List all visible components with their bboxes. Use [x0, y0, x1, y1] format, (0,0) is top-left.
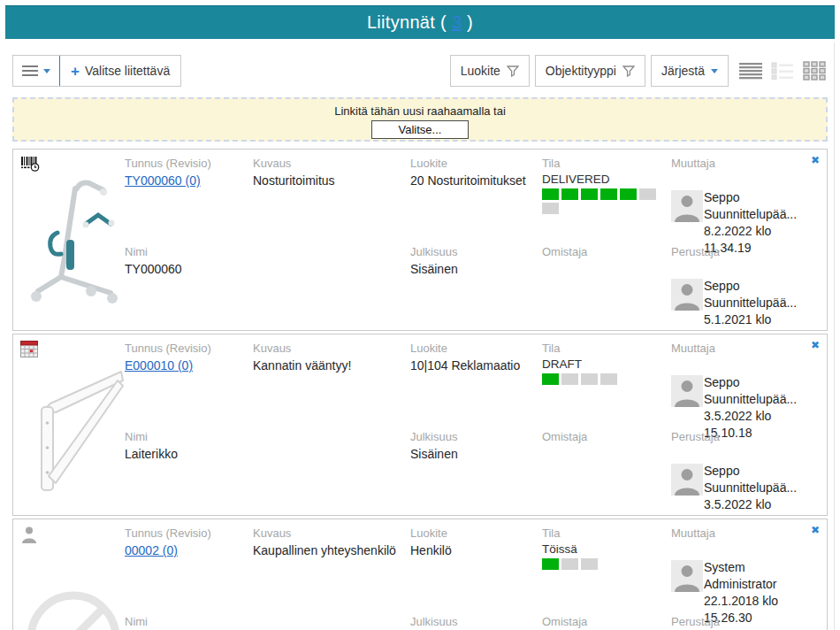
- field-label-nimi: Nimi: [125, 430, 247, 443]
- modifier-info: System Administrator 22.1.2018 klo 15.26…: [671, 542, 816, 626]
- status-progress-blocks: [542, 558, 661, 570]
- field-label-perustaja: Perustaja: [671, 430, 816, 443]
- toolbar: + Valitse liitettävä Luokite Objektityyp…: [12, 55, 828, 87]
- status-label: DRAFT: [542, 357, 668, 371]
- chevron-down-icon: [43, 69, 50, 73]
- choose-file-button[interactable]: Valitse...: [371, 120, 470, 139]
- field-label-luokite: Luokite: [410, 342, 538, 355]
- sort-button[interactable]: Järjestä: [651, 55, 729, 87]
- field-label-tila: Tila: [542, 157, 668, 170]
- thumbnail-zone: [13, 334, 125, 515]
- field-label-luokite: Luokite: [410, 157, 538, 170]
- field-label-perustaja: Perustaja: [671, 245, 816, 258]
- link-count-link[interactable]: 3: [452, 12, 462, 33]
- field-value-kuvaus: Kaupallinen yhteyshenkilö: [253, 542, 405, 559]
- field-label-muuttaja: Muuttaja: [671, 157, 816, 170]
- linked-items-list: Tunnus (Revisio) TY000060 (0) Kuvaus Nos…: [12, 149, 828, 630]
- item-id-link[interactable]: 00002 (0): [125, 543, 178, 557]
- add-link-label: Valitse liitettävä: [85, 64, 170, 78]
- dropzone-text: Linkitä tähän uusi raahaamalla tai: [14, 104, 826, 118]
- funnel-icon: [507, 65, 519, 77]
- field-label-perustaja: Perustaja: [671, 615, 816, 628]
- field-label-kuvaus: Kuvaus: [253, 526, 405, 540]
- add-link-button[interactable]: + Valitse liitettävä: [60, 56, 180, 86]
- field-value-kuvaus: Nosturitoimitus: [253, 173, 405, 189]
- filter-objektityyppi-button[interactable]: Objektityyppi: [535, 55, 645, 87]
- creator-info: Seppo Suunnittelupää... 5.1.2021 klo 11.…: [671, 261, 816, 331]
- field-label-omistaja: Omistaja: [542, 245, 668, 258]
- status-progress-blocks: [542, 188, 661, 214]
- field-label-nimi: Nimi: [125, 615, 247, 628]
- field-label-kuvaus: Kuvaus: [253, 342, 405, 355]
- item-thumbnail: [22, 169, 125, 331]
- avatar: [671, 464, 703, 496]
- item-thumbnail: [22, 354, 125, 516]
- item-id-link[interactable]: E000010 (0): [125, 358, 193, 373]
- liitynnat-panel: Liitynnät ( 3 ) + Valitse liitettävä Luo…: [0, 0, 840, 630]
- field-label-tunnus: Tunnus (Revisio): [125, 342, 247, 355]
- field-label-nimi: Nimi: [125, 245, 247, 258]
- field-label-tunnus: Tunnus (Revisio): [125, 526, 247, 540]
- field-value-luokite: 20 Nosturitoimitukset: [410, 173, 538, 189]
- avatar: [671, 190, 703, 222]
- filter-luokite-button[interactable]: Luokite: [450, 55, 530, 87]
- sort-label: Järjestä: [661, 64, 705, 78]
- list-view-icon[interactable]: [737, 60, 764, 81]
- field-value-julkisuus: Sisäinen: [410, 261, 538, 278]
- filter-luokite-label: Luokite: [461, 64, 500, 78]
- remove-link-button[interactable]: ✖: [811, 155, 820, 165]
- chevron-down-icon: [711, 69, 718, 73]
- toolbar-left-group: + Valitse liitettävä: [12, 55, 181, 87]
- field-label-julkisuus: Julkisuus: [410, 615, 538, 628]
- field-label-julkisuus: Julkisuus: [410, 245, 538, 258]
- field-value-kuvaus: Kannatin vääntyy!: [253, 357, 405, 374]
- thumbnail-zone: [13, 519, 125, 630]
- field-label-muuttaja: Muuttaja: [671, 526, 816, 540]
- link-card: Tunnus (Revisio) E000010 (0) Kuvaus Kann…: [12, 334, 828, 516]
- field-label-omistaja: Omistaja: [542, 430, 668, 443]
- remove-link-button[interactable]: ✖: [811, 340, 820, 350]
- field-label-tunnus: Tunnus (Revisio): [125, 157, 247, 170]
- field-label-julkisuus: Julkisuus: [410, 430, 538, 443]
- funnel-icon: [622, 65, 635, 77]
- page-title: Liitynnät (: [367, 12, 447, 33]
- field-label-muuttaja: Muuttaja: [671, 342, 816, 355]
- grid-view-icon[interactable]: [801, 59, 828, 82]
- creator-info: Seppo Suunnittelupää... 3.5.2022 klo 15.…: [671, 446, 816, 516]
- page-title-suffix: ): [467, 12, 473, 33]
- status-label: Töissä: [542, 542, 668, 556]
- status-progress-blocks: [542, 373, 661, 385]
- avatar: [671, 279, 703, 311]
- item-thumbnail: [22, 539, 125, 630]
- item-id-link[interactable]: TY000060 (0): [125, 173, 201, 188]
- modifier-info: Seppo Suunnittelupää... 8.2.2022 klo 11.…: [671, 173, 816, 257]
- link-card: Tunnus (Revisio) 00002 (0) Kuvaus Kaupal…: [12, 519, 828, 630]
- avatar: [671, 560, 703, 592]
- field-label-kuvaus: Kuvaus: [253, 157, 405, 170]
- menu-dropdown-button[interactable]: [13, 56, 59, 86]
- hamburger-icon: [22, 63, 38, 79]
- detail-list-view-icon[interactable]: [769, 60, 796, 81]
- remove-link-button[interactable]: ✖: [811, 525, 820, 535]
- avatar: [671, 375, 703, 407]
- thumbnail-zone: [13, 150, 125, 330]
- drag-drop-zone[interactable]: Linkitä tähän uusi raahaamalla tai Valit…: [12, 97, 828, 142]
- field-label-tila: Tila: [542, 342, 668, 355]
- field-label-omistaja: Omistaja: [542, 615, 668, 628]
- field-value-nimi: TY000060: [125, 261, 247, 278]
- field-label-tila: Tila: [542, 526, 668, 540]
- field-value-nimi: Laiterikko: [125, 446, 247, 463]
- filter-objektityyppi-label: Objektityyppi: [546, 64, 616, 78]
- plus-icon: +: [71, 64, 80, 79]
- field-value-luokite: Henkilö: [410, 542, 538, 559]
- scroll-edge-divider: [834, 42, 835, 630]
- status-label: DELIVERED: [542, 173, 668, 186]
- link-card: Tunnus (Revisio) TY000060 (0) Kuvaus Nos…: [12, 149, 828, 331]
- field-value-luokite: 10|104 Reklamaatio: [410, 357, 538, 374]
- modifier-info: Seppo Suunnittelupää... 3.5.2022 klo 15.…: [671, 357, 816, 442]
- view-mode-switcher: [737, 59, 828, 82]
- field-label-luokite: Luokite: [410, 526, 538, 540]
- panel-header: Liitynnät ( 3 ): [5, 5, 835, 39]
- field-value-julkisuus: Sisäinen: [410, 446, 538, 463]
